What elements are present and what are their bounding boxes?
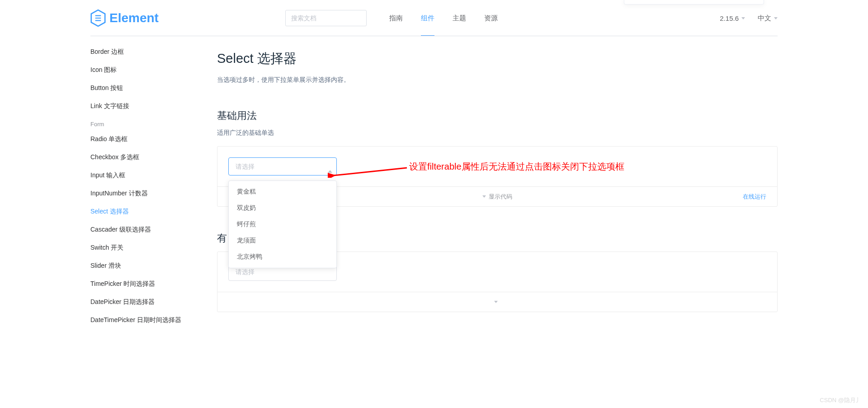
header-border bbox=[90, 36, 778, 36]
sidebar-item-datepicker[interactable]: DatePicker 日期选择器 bbox=[90, 293, 217, 311]
sidebar-item-select[interactable]: Select 选择器 bbox=[90, 203, 217, 221]
chevron-down-icon bbox=[741, 17, 745, 19]
sidebar: Border 边框 Icon 图标 Button 按钮 Link 文字链接 Fo… bbox=[90, 36, 217, 329]
select-basic[interactable] bbox=[228, 157, 337, 176]
section-basic-desc: 适用广泛的基础单选 bbox=[217, 129, 778, 137]
main: Select 选择器 当选项过多时，使用下拉菜单展示并选择内容。 基础用法 适用… bbox=[217, 36, 778, 329]
language-label: 中文 bbox=[758, 14, 771, 23]
dropdown-item[interactable]: 蚵仔煎 bbox=[229, 216, 336, 232]
sidebar-item-inputnumber[interactable]: InputNumber 计数器 bbox=[90, 185, 217, 203]
select-dropdown: 黄金糕 双皮奶 蚵仔煎 龙须面 北京烤鸭 bbox=[228, 180, 337, 268]
language-select[interactable]: 中文 bbox=[758, 14, 778, 23]
sidebar-item-input[interactable]: Input 输入框 bbox=[90, 166, 217, 185]
header: Element 指南 组件 主题 资源 2.15.6 中文 bbox=[0, 0, 868, 36]
select-input[interactable] bbox=[228, 157, 337, 176]
sidebar-item-radio[interactable]: Radio 单选框 bbox=[90, 130, 217, 148]
header-right: 2.15.6 中文 bbox=[720, 14, 778, 23]
content: Border 边框 Icon 图标 Button 按钮 Link 文字链接 Fo… bbox=[0, 36, 868, 329]
nav-components[interactable]: 组件 bbox=[412, 0, 443, 36]
page-title: Select 选择器 bbox=[217, 50, 778, 68]
main-nav: 指南 组件 主题 资源 bbox=[380, 0, 507, 36]
page-desc: 当选项过多时，使用下拉菜单展示并选择内容。 bbox=[217, 76, 778, 84]
element-logo-icon bbox=[90, 9, 106, 27]
search-input[interactable] bbox=[285, 10, 367, 26]
sidebar-item-border[interactable]: Border 边框 bbox=[90, 43, 217, 61]
sidebar-group-form: Form bbox=[90, 115, 217, 130]
caret-down-icon bbox=[482, 195, 486, 198]
show-code-label: 显示代码 bbox=[489, 193, 512, 201]
sidebar-item-icon[interactable]: Icon 图标 bbox=[90, 61, 217, 79]
popover-fragment bbox=[624, 0, 764, 5]
chevron-up-icon[interactable] bbox=[328, 163, 332, 170]
run-online-link[interactable]: 在线运行 bbox=[743, 193, 766, 201]
nav-theme[interactable]: 主题 bbox=[443, 0, 475, 36]
sidebar-item-slider[interactable]: Slider 滑块 bbox=[90, 257, 217, 275]
chevron-down-icon bbox=[774, 17, 778, 19]
logo[interactable]: Element bbox=[90, 9, 159, 27]
demo-basic: 黄金糕 双皮奶 蚵仔煎 龙须面 北京烤鸭 显示代码 在线运行 bbox=[217, 146, 778, 207]
sidebar-item-datetimepicker[interactable]: DateTimePicker 日期时间选择器 bbox=[90, 311, 217, 329]
sidebar-item-cascader[interactable]: Cascader 级联选择器 bbox=[90, 221, 217, 239]
nav-guide[interactable]: 指南 bbox=[380, 0, 412, 36]
dropdown-item[interactable]: 黄金糕 bbox=[229, 184, 336, 200]
section-basic-title: 基础用法 bbox=[217, 109, 778, 123]
sidebar-item-link[interactable]: Link 文字链接 bbox=[90, 97, 217, 115]
search-box bbox=[285, 10, 367, 26]
version-label: 2.15.6 bbox=[720, 14, 739, 22]
sidebar-item-timepicker[interactable]: TimePicker 时间选择器 bbox=[90, 275, 217, 293]
version-select[interactable]: 2.15.6 bbox=[720, 14, 745, 22]
dropdown-item[interactable]: 北京烤鸭 bbox=[229, 249, 336, 265]
sidebar-item-checkbox[interactable]: Checkbox 多选框 bbox=[90, 148, 217, 166]
dropdown-item[interactable]: 龙须面 bbox=[229, 232, 336, 249]
sidebar-item-switch[interactable]: Switch 开关 bbox=[90, 239, 217, 257]
caret-down-icon bbox=[494, 301, 498, 303]
chevron-down-icon[interactable] bbox=[328, 268, 332, 275]
logo-text: Element bbox=[109, 11, 159, 25]
sidebar-item-button[interactable]: Button 按钮 bbox=[90, 79, 217, 97]
show-code-toggle[interactable] bbox=[217, 292, 777, 312]
dropdown-item[interactable]: 双皮奶 bbox=[229, 200, 336, 216]
nav-resources[interactable]: 资源 bbox=[475, 0, 507, 36]
